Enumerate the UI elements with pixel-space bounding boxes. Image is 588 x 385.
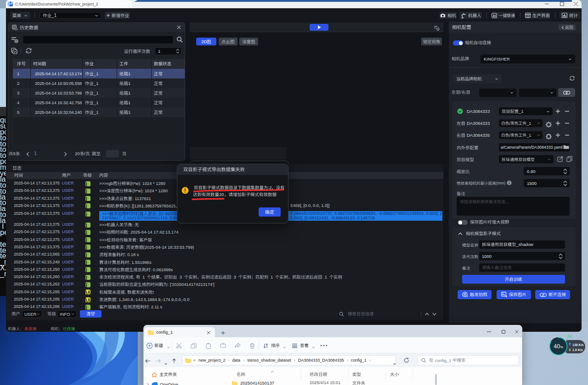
svg-text:138 K/s: 138 K/s	[572, 343, 584, 346]
svg-text:1.9 K/s: 1.9 K/s	[572, 348, 583, 352]
svg-text:AI: AI	[493, 14, 496, 17]
